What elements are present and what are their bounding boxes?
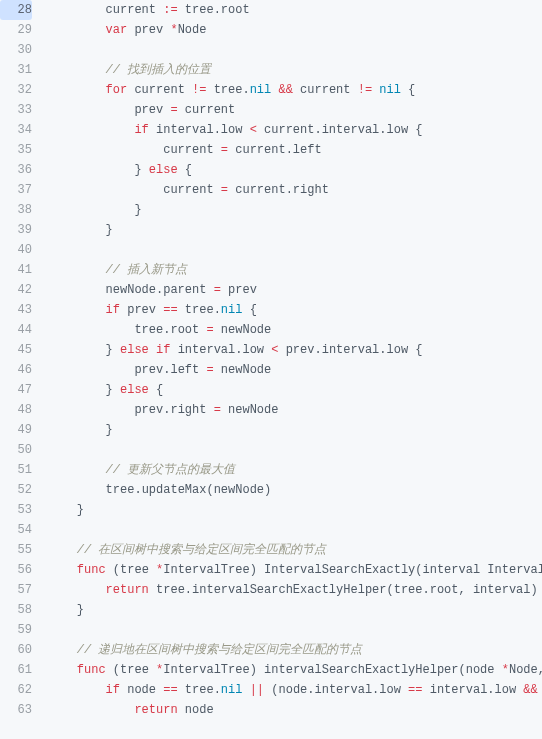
line-number[interactable]: 41 xyxy=(0,260,32,280)
line-number[interactable]: 34 xyxy=(0,120,32,140)
token-id: (tree.root, interval) xyxy=(386,583,537,597)
line-number[interactable]: 42 xyxy=(0,280,32,300)
code-line[interactable] xyxy=(48,240,542,260)
token-kw: if xyxy=(106,683,120,697)
line-number[interactable]: 38 xyxy=(0,200,32,220)
line-number[interactable]: 29 xyxy=(0,20,32,40)
code-line[interactable]: } xyxy=(48,600,542,620)
line-number[interactable]: 47 xyxy=(0,380,32,400)
line-number[interactable]: 52 xyxy=(0,480,32,500)
code-line[interactable]: func (tree *IntervalTree) IntervalSearch… xyxy=(48,560,542,580)
token-op: = xyxy=(206,323,213,337)
code-line[interactable] xyxy=(48,40,542,60)
line-number[interactable]: 46 xyxy=(0,360,32,380)
token-kw: if xyxy=(134,123,148,137)
token-id: } xyxy=(106,343,120,357)
token-id: tree. xyxy=(178,683,221,697)
code-line[interactable]: } xyxy=(48,200,542,220)
code-line[interactable]: // 更新父节点的最大值 xyxy=(48,460,542,480)
code-line[interactable]: newNode.parent = prev xyxy=(48,280,542,300)
code-line[interactable]: prev.left = newNode xyxy=(48,360,542,380)
line-number[interactable]: 48 xyxy=(0,400,32,420)
code-line[interactable]: } xyxy=(48,420,542,440)
code-line[interactable] xyxy=(48,520,542,540)
token-kw: return xyxy=(106,583,149,597)
token-id xyxy=(242,683,249,697)
code-line[interactable]: prev = current xyxy=(48,100,542,120)
token-id: interval.low xyxy=(423,683,524,697)
code-line[interactable]: } xyxy=(48,220,542,240)
code-line[interactable]: tree.updateMax(newNode) xyxy=(48,480,542,500)
token-op: = xyxy=(214,283,221,297)
line-number[interactable]: 49 xyxy=(0,420,32,440)
code-line[interactable]: prev.right = newNode xyxy=(48,400,542,420)
line-number[interactable]: 60 xyxy=(0,640,32,660)
code-line[interactable] xyxy=(48,620,542,640)
line-number[interactable]: 61 xyxy=(0,660,32,680)
code-line[interactable]: tree.root = newNode xyxy=(48,320,542,340)
code-line[interactable]: // 递归地在区间树中搜索与给定区间完全匹配的节点 xyxy=(48,640,542,660)
line-number[interactable]: 40 xyxy=(0,240,32,260)
line-number[interactable]: 44 xyxy=(0,320,32,340)
code-line[interactable]: return tree.intervalSearchExactlyHelper(… xyxy=(48,580,542,600)
code-line[interactable]: // 在区间树中搜索与给定区间完全匹配的节点 xyxy=(48,540,542,560)
code-line[interactable]: } else if interval.low < prev.interval.l… xyxy=(48,340,542,360)
code-line[interactable]: // 找到插入的位置 xyxy=(48,60,542,80)
token-id: Node, int xyxy=(509,663,542,677)
line-number[interactable]: 32 xyxy=(0,80,32,100)
token-id: newNode xyxy=(221,403,279,417)
code-line[interactable]: for current != tree.nil && current != ni… xyxy=(48,80,542,100)
line-number[interactable]: 54 xyxy=(0,520,32,540)
token-id: current xyxy=(293,83,358,97)
code-line[interactable]: if node == tree.nil || (node.interval.lo… xyxy=(48,680,542,700)
code-line[interactable]: if prev == tree.nil { xyxy=(48,300,542,320)
token-cm: // 在区间树中搜索与给定区间完全匹配的节点 xyxy=(77,543,327,557)
line-number[interactable]: 58 xyxy=(0,600,32,620)
line-number[interactable]: 31 xyxy=(0,60,32,80)
code-line[interactable]: return node xyxy=(48,700,542,720)
line-number[interactable]: 56 xyxy=(0,560,32,580)
line-number[interactable]: 51 xyxy=(0,460,32,480)
token-def: IntervalSearchExactly xyxy=(264,563,415,577)
code-line[interactable]: current = current.left xyxy=(48,140,542,160)
line-number[interactable]: 45 xyxy=(0,340,32,360)
code-line[interactable]: current = current.right xyxy=(48,180,542,200)
code-line[interactable]: } xyxy=(48,500,542,520)
line-number-gutter: 2829303132333435363738394041424344454647… xyxy=(0,0,40,739)
line-number[interactable]: 28 xyxy=(0,0,32,20)
line-number[interactable]: 57 xyxy=(0,580,32,600)
line-number[interactable]: 39 xyxy=(0,220,32,240)
line-number[interactable]: 37 xyxy=(0,180,32,200)
token-op: || xyxy=(250,683,264,697)
line-number[interactable]: 50 xyxy=(0,440,32,460)
line-number[interactable]: 55 xyxy=(0,540,32,560)
token-id: newNode xyxy=(214,363,272,377)
code-line[interactable]: var prev *Node xyxy=(48,20,542,40)
code-line[interactable] xyxy=(48,440,542,460)
token-id: node xyxy=(538,683,542,697)
code-line[interactable]: current := tree.root xyxy=(48,0,542,20)
token-id: node xyxy=(120,683,163,697)
token-id: (node xyxy=(459,663,502,677)
line-number[interactable]: 30 xyxy=(0,40,32,60)
code-area[interactable]: current := tree.root var prev *Node // 找… xyxy=(40,0,542,739)
code-line[interactable]: } else { xyxy=(48,160,542,180)
line-number[interactable]: 62 xyxy=(0,680,32,700)
line-number[interactable]: 59 xyxy=(0,620,32,640)
line-number[interactable]: 53 xyxy=(0,500,32,520)
line-number[interactable]: 43 xyxy=(0,300,32,320)
line-number[interactable]: 36 xyxy=(0,160,32,180)
token-id xyxy=(149,343,156,357)
line-number[interactable]: 63 xyxy=(0,700,32,720)
code-line[interactable]: // 插入新节点 xyxy=(48,260,542,280)
token-id: { xyxy=(178,163,192,177)
token-id: interval.low xyxy=(170,343,271,357)
code-line[interactable]: if interval.low < current.interval.low { xyxy=(48,120,542,140)
line-number[interactable]: 35 xyxy=(0,140,32,160)
line-number[interactable]: 33 xyxy=(0,100,32,120)
code-line[interactable]: } else { xyxy=(48,380,542,400)
code-line[interactable]: func (tree *IntervalTree) intervalSearch… xyxy=(48,660,542,680)
token-id: prev.right xyxy=(134,403,213,417)
token-id: prev.left xyxy=(134,363,206,377)
token-id: tree. xyxy=(106,483,142,497)
